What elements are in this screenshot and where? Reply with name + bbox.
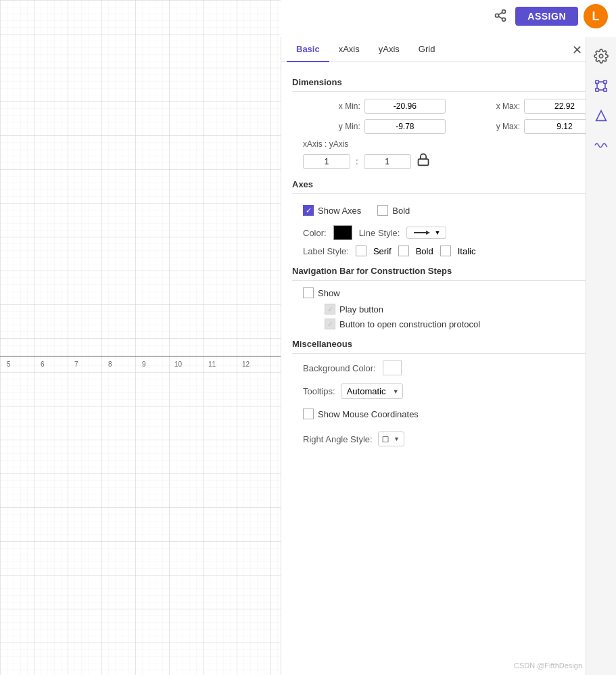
dimensions-title: Dimensions — [292, 77, 605, 87]
tab-yaxis[interactable]: yAxis — [369, 37, 409, 62]
tooltips-select[interactable]: Automatic On Off — [341, 383, 403, 399]
italic-label: Italic — [458, 246, 476, 256]
navigation-title: Navigation Bar for Construction Steps — [292, 266, 605, 276]
dimensions-divider — [292, 91, 605, 92]
show-nav-label: Show — [318, 288, 340, 298]
svg-point-0 — [502, 9, 506, 13]
show-mouse-label: Show Mouse Coordinates — [318, 409, 419, 419]
tab-xaxis[interactable]: xAxis — [329, 37, 369, 62]
line-style-label: Line Style: — [359, 228, 400, 238]
label-style-label: Label Style: — [303, 246, 349, 256]
panel-close-button[interactable]: ✕ — [572, 43, 582, 57]
show-axes-row: Show Axes — [303, 205, 361, 216]
right-angle-value: □ — [383, 434, 388, 444]
show-mouse-checkbox[interactable] — [303, 409, 314, 419]
show-mouse-row: Show Mouse Coordinates — [303, 409, 605, 419]
svg-point-1 — [496, 14, 499, 17]
nav-section: Show Play button Button to open construc… — [292, 287, 605, 329]
axes-row1: Show Axes Bold — [303, 201, 605, 220]
line-style-button[interactable]: ▼ — [406, 227, 446, 239]
right-angle-row: Right Angle Style: □ ▼ — [303, 432, 605, 446]
ymin-input[interactable] — [364, 119, 446, 134]
panel-scroll-content: Dimensions x Min: x Max: y Min: y Max: x… — [281, 62, 616, 487]
wave-icon-button[interactable] — [590, 135, 612, 156]
top-bar: ASSIGN L — [483, 0, 616, 32]
right-panel: Basic xAxis yAxis Grid ✕ Dimensions x Mi… — [281, 37, 616, 675]
bold2-checkbox[interactable] — [398, 246, 409, 256]
show-nav-row: Show — [303, 287, 605, 298]
play-button-label: Play button — [339, 304, 383, 315]
aspect-colon: : — [356, 156, 358, 166]
svg-rect-19 — [596, 89, 599, 92]
color-swatch[interactable] — [333, 225, 352, 240]
bold-axes-checkbox[interactable] — [377, 205, 388, 216]
miscellaneous-title: Miscellaneous — [292, 339, 605, 349]
bg-color-swatch[interactable] — [383, 360, 402, 375]
construction-protocol-row: Button to open construction protocol — [325, 319, 605, 329]
navigation-divider — [292, 280, 605, 281]
axes-title: Axes — [292, 179, 605, 189]
tooltips-label: Tooltips: — [303, 386, 335, 396]
color-label: Color: — [303, 228, 327, 238]
gear-icon-button[interactable] — [590, 45, 612, 67]
xmin-input[interactable] — [364, 99, 446, 114]
serif-checkbox[interactable] — [356, 246, 366, 256]
ymin-label: y Min: — [292, 122, 360, 131]
svg-text:10: 10 — [174, 360, 183, 368]
show-axes-label: Show Axes — [318, 206, 361, 216]
svg-text:5: 5 — [7, 360, 11, 368]
svg-text:11: 11 — [208, 360, 216, 368]
svg-marker-27 — [426, 231, 430, 235]
aspect-label-text: xAxis : yAxis — [303, 139, 605, 149]
svg-rect-17 — [596, 80, 599, 84]
assign-button[interactable]: ASSIGN — [515, 7, 578, 26]
svg-line-4 — [498, 12, 502, 14]
grid-canvas[interactable]: 5 6 7 8 9 10 11 12 — [0, 0, 281, 675]
aspect-row: : — [303, 153, 605, 170]
bold2-label: Bold — [416, 246, 433, 256]
italic-checkbox[interactable] — [440, 246, 451, 256]
xmax-label: x Max: — [450, 101, 520, 111]
label-style-row: Label Style: Serif Bold Italic — [303, 246, 605, 256]
right-angle-dropdown-icon: ▼ — [394, 436, 400, 442]
tooltips-row: Tooltips: Automatic On Off — [303, 383, 605, 399]
tab-grid[interactable]: Grid — [409, 37, 445, 62]
avatar[interactable]: L — [584, 4, 608, 28]
svg-text:8: 8 — [108, 360, 112, 368]
svg-text:9: 9 — [142, 360, 146, 368]
xaxis-ratio-input[interactable] — [303, 154, 350, 169]
ymax-label: y Max: — [450, 122, 520, 131]
lock-button[interactable] — [417, 153, 430, 170]
play-button-checkbox — [325, 304, 335, 315]
svg-point-2 — [502, 18, 506, 21]
tooltips-select-wrapper: Automatic On Off — [341, 383, 403, 399]
construction-protocol-label: Button to open construction protocol — [339, 319, 480, 329]
bg-color-row: Background Color: — [303, 360, 605, 375]
svg-text:12: 12 — [242, 360, 250, 368]
svg-text:6: 6 — [41, 360, 45, 368]
watermark: CSDN @FifthDesign — [514, 661, 582, 670]
yaxis-ratio-input[interactable] — [364, 154, 411, 169]
canvas-area: 5 6 7 8 9 10 11 12 — [0, 0, 281, 675]
sidebar-icons-panel — [586, 37, 616, 675]
svg-rect-6 — [0, 0, 281, 675]
show-axes-checkbox[interactable] — [303, 205, 314, 216]
right-angle-select[interactable]: □ ▼ — [378, 432, 404, 446]
show-nav-checkbox[interactable] — [303, 287, 314, 298]
play-button-row: Play button — [325, 304, 605, 315]
serif-label: Serif — [373, 246, 392, 256]
triangle-icon-button[interactable] — [590, 105, 612, 126]
dimensions-grid: x Min: x Max: y Min: y Max: — [292, 99, 605, 134]
xmin-label: x Min: — [292, 101, 360, 111]
color-style-row: Color: Line Style: ▼ — [303, 225, 605, 240]
svg-text:7: 7 — [74, 360, 78, 368]
bold-axes-label: Bold — [392, 206, 410, 216]
svg-rect-25 — [418, 159, 428, 165]
tab-basic[interactable]: Basic — [287, 37, 329, 62]
line-style-dropdown-icon: ▼ — [434, 229, 440, 236]
share-button[interactable] — [491, 6, 510, 27]
nodes-icon-button[interactable] — [590, 75, 612, 97]
svg-point-16 — [599, 54, 603, 58]
bg-color-label: Background Color: — [303, 363, 376, 373]
svg-rect-18 — [604, 80, 607, 84]
